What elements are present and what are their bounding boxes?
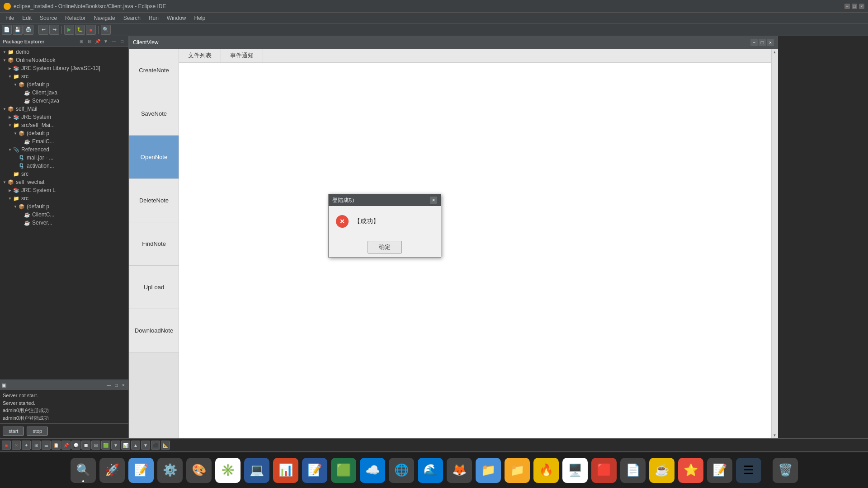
bt-btn13[interactable]: 📊 bbox=[121, 441, 130, 450]
menu-window[interactable]: Window bbox=[163, 14, 190, 22]
dock-item-torch[interactable]: 🔥 bbox=[533, 458, 559, 483]
toolbar-btn-3[interactable]: 🖨️ bbox=[24, 25, 33, 35]
toolbar-run[interactable]: ▶ bbox=[64, 25, 74, 35]
tab-file-list[interactable]: 文件列表 bbox=[179, 49, 221, 62]
tree-item-selfwechat[interactable]: ▼ 📦 self_wechat bbox=[0, 178, 128, 186]
tree-item-mail-jar[interactable]: ▶ 🗜️ mail.jar - ... bbox=[0, 154, 128, 162]
menu-search[interactable]: Search bbox=[120, 14, 144, 22]
dock-item-powerpoint[interactable]: 📊 bbox=[273, 458, 298, 483]
scroll-up-arrow[interactable]: ▲ bbox=[772, 49, 778, 55]
pin-icon[interactable]: 📌 bbox=[94, 38, 101, 45]
dock-item-notes[interactable]: 📝 bbox=[128, 458, 154, 483]
create-note-btn[interactable]: CreateNote bbox=[129, 49, 179, 92]
bt-btn8[interactable]: 💬 bbox=[71, 441, 80, 450]
dock-item-app2[interactable]: 🟥 bbox=[591, 458, 617, 483]
maximize-btn[interactable]: □ bbox=[852, 4, 857, 9]
tree-item-src3[interactable]: ▼ 📁 src bbox=[0, 194, 128, 202]
tree-item-server2[interactable]: ▶ ☕ Server... bbox=[0, 219, 128, 227]
dock-item-firefox[interactable]: 🦊 bbox=[447, 458, 472, 483]
console-close[interactable]: × bbox=[120, 382, 127, 388]
dock-item-menu[interactable]: ☰ bbox=[736, 458, 761, 483]
delete-note-btn[interactable]: DeleteNote bbox=[129, 179, 179, 222]
tree-item-src-selfmail[interactable]: ▼ 📁 src/self_Mai... bbox=[0, 121, 128, 129]
dock-item-vscode[interactable]: 💻 bbox=[244, 458, 269, 483]
dock-item-files[interactable]: 📁 bbox=[476, 458, 501, 483]
toolbar-search[interactable]: 🔍 bbox=[101, 25, 111, 35]
dock-item-xmind[interactable]: ✳️ bbox=[215, 458, 241, 483]
bt-btn7[interactable]: 📌 bbox=[61, 441, 71, 450]
find-note-btn[interactable]: FindNote bbox=[129, 222, 179, 266]
menu-run[interactable]: Run bbox=[145, 14, 162, 22]
bt-stop[interactable]: ■ bbox=[2, 441, 11, 450]
dock-item-finder[interactable]: 🔍 bbox=[71, 458, 96, 483]
tree-item-onlinenb[interactable]: ▼ 📦 OnlineNoteBook bbox=[0, 56, 128, 64]
menu-help[interactable]: Help bbox=[191, 14, 209, 22]
bt-btn5[interactable]: ☰ bbox=[42, 441, 51, 450]
tree-view[interactable]: ▼ 📁 demo ▼ 📦 OnlineNoteBook ▶ 📚 JRE Syst… bbox=[0, 47, 128, 380]
tree-item-src2[interactable]: ▶ 📁 src bbox=[0, 170, 128, 178]
tab-event-notify[interactable]: 事件通知 bbox=[221, 49, 263, 62]
tree-item-jre3[interactable]: ▶ 📚 JRE System L bbox=[0, 186, 128, 194]
dock-item-chrome[interactable]: 🌐 bbox=[389, 458, 414, 483]
cv-scrollbar[interactable]: ▲ ▼ bbox=[771, 49, 778, 438]
dock-item-excel[interactable]: 🟩 bbox=[331, 458, 356, 483]
scroll-down-arrow[interactable]: ▼ bbox=[772, 432, 778, 438]
panel-menu-icon[interactable]: ▼ bbox=[102, 38, 109, 45]
bt-btn16[interactable]: ⬛ bbox=[151, 441, 160, 450]
tree-item-default-pkg2[interactable]: ▼ 📦 (default p bbox=[0, 129, 128, 137]
dock-item-notesapp[interactable]: 📝 bbox=[707, 458, 732, 483]
toolbar-debug[interactable]: 🐛 bbox=[75, 25, 85, 35]
close-btn[interactable]: × bbox=[859, 4, 864, 9]
panel-maximize-icon[interactable]: □ bbox=[118, 38, 126, 45]
collapse-icon[interactable]: ⊞ bbox=[78, 38, 85, 45]
tree-item-src[interactable]: ▼ 📁 src bbox=[0, 72, 128, 80]
menu-source[interactable]: Source bbox=[36, 14, 61, 22]
dock-item-settings[interactable]: ⚙️ bbox=[157, 458, 183, 483]
dock-item-edge[interactable]: 🌊 bbox=[418, 458, 443, 483]
dock-item-clipboard[interactable]: 📄 bbox=[620, 458, 646, 483]
bt-btn14[interactable]: ▲ bbox=[131, 441, 140, 450]
dock-item-xmind2[interactable]: ⭐ bbox=[678, 458, 703, 483]
toolbar-btn-1[interactable]: 📄 bbox=[2, 25, 12, 35]
bt-btn3[interactable]: ✦ bbox=[22, 441, 31, 450]
tree-item-referenced[interactable]: ▼ 📎 Referenced bbox=[0, 145, 128, 154]
bt-btn4[interactable]: ⊞ bbox=[32, 441, 41, 450]
download-note-btn[interactable]: DownloadNote bbox=[129, 309, 179, 352]
bt-btn10[interactable]: ⊟ bbox=[91, 441, 100, 450]
tree-item-default-pkg3[interactable]: ▼ 📦 (default p bbox=[0, 202, 128, 211]
tree-item-demo[interactable]: ▼ 📁 demo bbox=[0, 48, 128, 56]
dock-item-draw[interactable]: 🎨 bbox=[186, 458, 212, 483]
bt-btn9[interactable]: 🔲 bbox=[81, 441, 90, 450]
dock-item-java[interactable]: ☕ bbox=[649, 458, 675, 483]
tree-item-clientc[interactable]: ▶ ☕ ClientC... bbox=[0, 211, 128, 219]
link-icon[interactable]: ⊟ bbox=[86, 38, 93, 45]
console-maximize[interactable]: □ bbox=[113, 382, 119, 388]
dock-item-virtualbox[interactable]: 🖥️ bbox=[562, 458, 588, 483]
tree-item-selfmail[interactable]: ▼ 📦 self_Mail bbox=[0, 105, 128, 113]
minimize-btn[interactable]: − bbox=[844, 4, 850, 9]
tree-item-server-java[interactable]: ▶ ☕ Server.java bbox=[0, 97, 128, 105]
cv-maximize[interactable]: □ bbox=[759, 39, 766, 46]
bt-btn12[interactable]: ▼ bbox=[111, 441, 120, 450]
dock-item-word[interactable]: 📝 bbox=[302, 458, 327, 483]
cv-close[interactable]: × bbox=[767, 39, 774, 46]
bt-btn6[interactable]: 📋 bbox=[52, 441, 61, 450]
save-note-btn[interactable]: SaveNote bbox=[129, 92, 179, 136]
panel-minimize-icon[interactable]: — bbox=[110, 38, 118, 45]
bt-btn17[interactable]: 📐 bbox=[161, 441, 170, 450]
dock-item-onedrive[interactable]: ☁️ bbox=[360, 458, 385, 483]
dialog-ok-button[interactable]: 确定 bbox=[368, 241, 402, 253]
tree-item-jre[interactable]: ▶ 📚 JRE System Library [JavaSE-13] bbox=[0, 64, 128, 72]
start-button[interactable]: start bbox=[3, 427, 24, 436]
dialog-close-btn[interactable]: × bbox=[430, 197, 437, 204]
toolbar-btn-5[interactable]: ↪ bbox=[49, 25, 59, 35]
bt-disconnect[interactable]: ✕ bbox=[12, 441, 21, 450]
menu-refactor[interactable]: Refactor bbox=[61, 14, 89, 22]
bt-btn11[interactable]: 🟩 bbox=[101, 441, 110, 450]
tree-item-default-pkg[interactable]: ▼ 📦 (default p bbox=[0, 80, 128, 89]
tree-item-client-java[interactable]: ▶ ☕ Client.java bbox=[0, 89, 128, 97]
stop-button[interactable]: stop bbox=[27, 427, 48, 436]
scroll-track[interactable] bbox=[772, 55, 778, 432]
console-minimize[interactable]: — bbox=[106, 382, 112, 388]
dock-item-launchpad[interactable]: 🚀 bbox=[99, 458, 125, 483]
